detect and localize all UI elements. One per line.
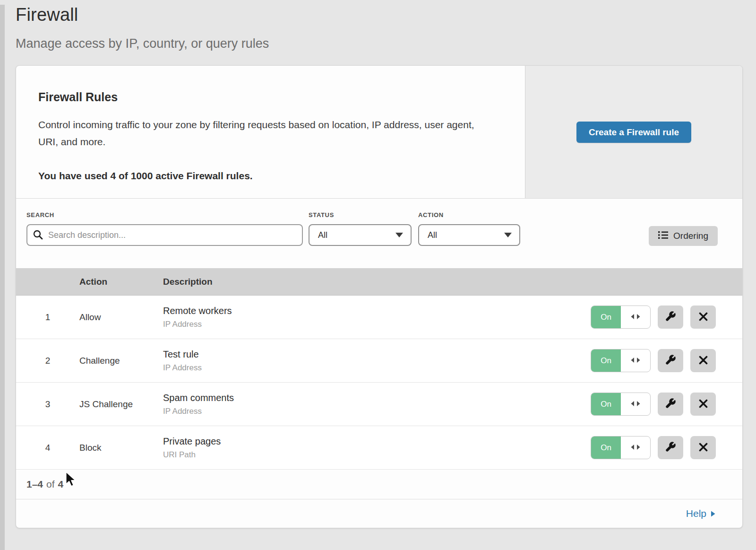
action-caret-down-icon bbox=[504, 233, 512, 237]
rule-field: URI Path bbox=[163, 450, 590, 460]
edit-rule-button[interactable] bbox=[658, 436, 683, 459]
ordering-button-label: Ordering bbox=[673, 231, 708, 241]
table-row: 3 JS Challenge Spam comments IP Address … bbox=[16, 383, 742, 426]
usage-note: You have used 4 of 1000 active Firewall … bbox=[38, 170, 497, 182]
toggle-on-segment[interactable]: On bbox=[591, 349, 621, 372]
help-link-label: Help bbox=[686, 508, 706, 519]
edit-rule-button[interactable] bbox=[658, 349, 683, 372]
toggle-handle[interactable] bbox=[621, 437, 650, 459]
ordering-list-icon bbox=[658, 231, 668, 242]
rule-priority: 4 bbox=[16, 443, 79, 453]
wrench-icon bbox=[665, 441, 676, 454]
toggle-arrows-icon bbox=[630, 357, 641, 365]
x-icon bbox=[699, 356, 708, 366]
rule-description: Private pages bbox=[163, 436, 590, 447]
search-label: SEARCH bbox=[26, 211, 303, 218]
description-column-header: Description bbox=[163, 277, 590, 287]
toggle-on-segment[interactable]: On bbox=[591, 437, 621, 459]
pagination-of-label: of bbox=[46, 479, 55, 490]
search-icon bbox=[33, 229, 43, 242]
edit-rule-button[interactable] bbox=[658, 306, 683, 329]
create-firewall-rule-button[interactable]: Create a Firewall rule bbox=[576, 122, 691, 143]
status-caret-down-icon bbox=[395, 233, 403, 237]
table-header-row: Action Description bbox=[16, 268, 742, 296]
rule-controls: On bbox=[590, 306, 742, 329]
wrench-icon bbox=[665, 398, 676, 410]
x-icon bbox=[699, 399, 708, 410]
toggle-arrows-icon bbox=[630, 313, 641, 322]
rule-action: JS Challenge bbox=[79, 399, 163, 410]
table-row: 4 Block Private pages URI Path On bbox=[16, 426, 742, 470]
search-filter-group: SEARCH bbox=[26, 211, 303, 246]
status-filter-group: STATUS All bbox=[309, 211, 412, 246]
toggle-handle[interactable] bbox=[621, 306, 650, 328]
rule-priority: 3 bbox=[16, 399, 79, 410]
toggle-on-segment[interactable]: On bbox=[591, 306, 621, 328]
rule-enabled-toggle[interactable]: On bbox=[591, 436, 651, 459]
rule-description-cell: Test rule IP Address bbox=[163, 349, 590, 373]
status-select[interactable]: All bbox=[309, 224, 412, 246]
delete-rule-button[interactable] bbox=[690, 349, 716, 372]
toggle-handle[interactable] bbox=[621, 349, 650, 372]
table-row: 2 Challenge Test rule IP Address On bbox=[16, 339, 742, 383]
pagination: 1–4 of 4 bbox=[16, 470, 742, 499]
pagination-range: 1–4 bbox=[26, 479, 43, 490]
status-label: STATUS bbox=[309, 211, 412, 218]
status-select-value: All bbox=[318, 230, 327, 240]
delete-rule-button[interactable] bbox=[690, 306, 716, 329]
rule-action: Challenge bbox=[79, 356, 163, 366]
delete-rule-button[interactable] bbox=[690, 393, 716, 416]
edit-rule-button[interactable] bbox=[658, 393, 683, 416]
card-footer: Help bbox=[16, 499, 742, 528]
delete-rule-button[interactable] bbox=[690, 436, 716, 459]
rule-controls: On bbox=[590, 349, 742, 372]
ordering-button[interactable]: Ordering bbox=[649, 226, 718, 246]
firewall-page: Firewall Manage access by IP, country, o… bbox=[0, 0, 756, 528]
firewall-rules-card: Firewall Rules Control incoming traffic … bbox=[16, 65, 743, 528]
rule-field: IP Address bbox=[163, 320, 590, 329]
rule-priority: 1 bbox=[16, 312, 79, 323]
search-input[interactable] bbox=[26, 224, 303, 246]
x-icon bbox=[699, 312, 708, 323]
toggle-arrows-icon bbox=[630, 400, 641, 409]
page-title: Firewall bbox=[16, 5, 743, 25]
rule-enabled-toggle[interactable]: On bbox=[591, 349, 651, 372]
info-heading: Firewall Rules bbox=[38, 90, 497, 104]
action-column-header: Action bbox=[79, 277, 163, 287]
rule-field: IP Address bbox=[163, 363, 590, 373]
action-filter-group: ACTION All bbox=[418, 211, 520, 246]
rule-action: Allow bbox=[79, 312, 163, 323]
rule-enabled-toggle[interactable]: On bbox=[591, 393, 651, 416]
info-description: Control incoming traffic to your zone by… bbox=[38, 116, 490, 150]
rule-priority: 2 bbox=[16, 356, 79, 366]
toggle-handle[interactable] bbox=[621, 393, 650, 415]
triangle-right-icon bbox=[711, 508, 715, 519]
rule-controls: On bbox=[590, 436, 742, 459]
rule-field: IP Address bbox=[163, 407, 590, 416]
action-select-value: All bbox=[428, 230, 437, 240]
cta-panel: Create a Firewall rule bbox=[525, 66, 742, 198]
action-select[interactable]: All bbox=[418, 224, 520, 246]
mouse-pointer-icon bbox=[65, 471, 77, 489]
rule-action: Block bbox=[79, 443, 163, 453]
table-row: 1 Allow Remote workers IP Address On bbox=[16, 296, 742, 339]
rule-description-cell: Private pages URI Path bbox=[163, 436, 590, 460]
page-subtitle: Manage access by IP, country, or query r… bbox=[16, 36, 743, 51]
rule-controls: On bbox=[590, 393, 742, 416]
rule-description: Remote workers bbox=[163, 306, 590, 316]
toggle-on-segment[interactable]: On bbox=[591, 393, 621, 415]
pagination-total: 4 bbox=[58, 479, 64, 490]
rule-description-cell: Remote workers IP Address bbox=[163, 306, 590, 329]
toggle-arrows-icon bbox=[630, 444, 641, 452]
rule-enabled-toggle[interactable]: On bbox=[591, 306, 651, 329]
rule-description: Spam comments bbox=[163, 393, 590, 403]
search-input-wrap bbox=[26, 224, 303, 246]
rule-description: Test rule bbox=[163, 349, 590, 360]
wrench-icon bbox=[665, 311, 676, 323]
help-link[interactable]: Help bbox=[686, 508, 715, 519]
info-section: Firewall Rules Control incoming traffic … bbox=[16, 66, 525, 198]
card-top-section: Firewall Rules Control incoming traffic … bbox=[16, 66, 742, 199]
x-icon bbox=[699, 443, 708, 453]
wrench-icon bbox=[665, 354, 676, 367]
action-label: ACTION bbox=[418, 211, 520, 218]
